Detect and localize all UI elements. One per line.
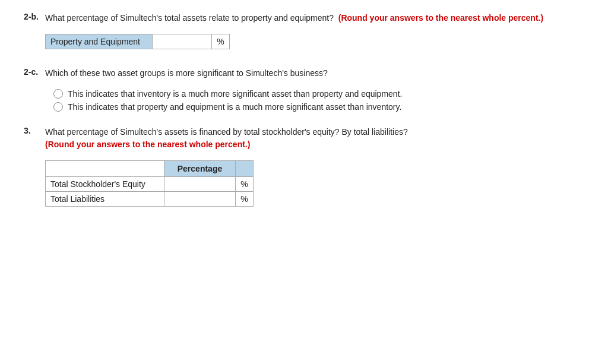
question-3-header: 3. What percentage of Simultech's assets… (24, 126, 584, 151)
property-label: Property and Equipment (46, 34, 153, 49)
table-row-liabilities: Total Liabilities % (46, 192, 254, 207)
liabilities-input-cell[interactable] (164, 192, 236, 207)
question-2c-main: Which of these two asset groups is more … (45, 68, 328, 78)
question-3-text: What percentage of Simultech's assets is… (45, 126, 408, 151)
question-2b-text: What percentage of Simultech's total ass… (45, 12, 543, 24)
property-percent: % (212, 34, 230, 49)
question-3-instruction: (Round your answers to the nearest whole… (45, 140, 250, 149)
radio-options-2c: This indicates that inventory is a much … (53, 89, 584, 112)
liabilities-input[interactable] (167, 193, 220, 205)
table-row-property: Property and Equipment % (46, 34, 230, 49)
table-2b-container: Property and Equipment % (45, 34, 584, 49)
table-3-empty-header (46, 161, 164, 177)
question-3-number: 3. (24, 126, 45, 135)
question-2b-instruction: %(Round your answers to the nearest whol… (336, 13, 543, 23)
question-2b-number: 2-b. (24, 12, 45, 21)
liabilities-label: Total Liabilities (46, 192, 164, 207)
question-2c-header: 2-c. Which of these two asset groups is … (24, 67, 584, 80)
table-3-header-row: Percentage (46, 161, 254, 177)
table-3-percentage-header: Percentage (164, 161, 236, 177)
radio-circle-2[interactable] (53, 102, 63, 112)
table-3-container: Percentage Total Stockholder's Equity % … (45, 160, 584, 207)
question-3-main: What percentage of Simultech's assets is… (45, 127, 408, 137)
radio-option-1[interactable]: This indicates that inventory is a much … (53, 89, 584, 99)
property-input-cell[interactable] (153, 34, 212, 49)
stockholders-label: Total Stockholder's Equity (46, 177, 164, 192)
liabilities-percent: % (236, 192, 254, 207)
table-3: Percentage Total Stockholder's Equity % … (45, 160, 254, 207)
property-input[interactable] (155, 36, 208, 48)
table-3-empty-percent-header (236, 161, 254, 177)
table-2b: Property and Equipment % (45, 34, 230, 49)
question-2c-number: 2-c. (24, 67, 45, 77)
question-2b-main: What percentage of Simultech's total ass… (45, 13, 334, 23)
radio-label-2: This indicates that property and equipme… (68, 102, 401, 112)
stockholders-input[interactable] (167, 178, 220, 190)
section-2c: 2-c. Which of these two asset groups is … (24, 67, 584, 112)
radio-option-2[interactable]: This indicates that property and equipme… (53, 102, 584, 112)
stockholders-percent: % (236, 177, 254, 192)
radio-label-1: This indicates that inventory is a much … (68, 89, 402, 99)
table-row-stockholders: Total Stockholder's Equity % (46, 177, 254, 192)
question-2b-header: 2-b. What percentage of Simultech's tota… (24, 12, 584, 24)
stockholders-input-cell[interactable] (164, 177, 236, 192)
radio-circle-1[interactable] (53, 89, 63, 99)
section-3: 3. What percentage of Simultech's assets… (24, 126, 584, 207)
section-2b: 2-b. What percentage of Simultech's tota… (24, 12, 584, 49)
question-2c-text: Which of these two asset groups is more … (45, 67, 328, 80)
